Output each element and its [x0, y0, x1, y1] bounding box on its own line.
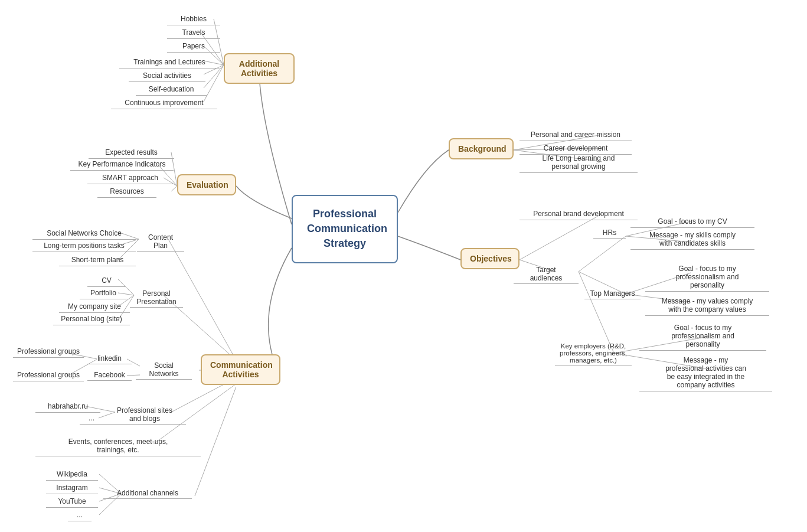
label-personal-presentation: PersonalPresentation [130, 288, 183, 308]
leaf-expected: Expected results [89, 146, 174, 159]
category-additional-label: AdditionalActivities [239, 59, 279, 78]
leaf-habrahabr: habrahabr.ru [35, 400, 100, 413]
category-additional: AdditionalActivities [224, 53, 295, 84]
leaf-mission: Personal and career mission [520, 129, 632, 141]
label-content-plan: ContentPlan [137, 232, 184, 252]
svg-line-6 [204, 65, 224, 102]
mindmap-container: ProfessionalCommunicationStrategy Additi… [0, 0, 807, 532]
leaf-trainings: Trainings and Lectures [119, 56, 220, 68]
svg-line-10 [171, 186, 177, 191]
leaf-self-education: Self-education [136, 83, 207, 96]
label-key-employers: Key employers (R&D,professors, engineers… [555, 341, 632, 365]
category-communication: CommunicationActivities [201, 354, 280, 385]
leaf-personal-blog: Personal blog (site) [53, 313, 130, 325]
label-target: Targetaudiences [514, 265, 579, 284]
leaf-hobbies: Hobbies [167, 13, 220, 25]
svg-line-30 [195, 387, 236, 496]
leaf-prof-groups-2: Professional groups [13, 369, 84, 381]
leaf-brand: Personal brand development [520, 208, 638, 220]
category-evaluation: Evaluation [177, 174, 236, 195]
leaf-lifelong: Life Long Learning andpersonal growing [520, 152, 638, 173]
label-prof-sites: Professional sitesand blogs [103, 405, 186, 425]
leaf-wikipedia: Wikipedia [46, 468, 98, 481]
leaf-prof-groups-1: Professional groups [13, 345, 84, 358]
leaf-goal-key: Goal - focus to myprofessionalism andper… [639, 322, 766, 351]
leaf-youtube: YouTube [46, 495, 98, 508]
category-objectives-label: Objectives [470, 254, 512, 263]
label-hrs: HRs [593, 227, 626, 239]
leaf-longterm: Long-term positions tasks [32, 240, 136, 252]
leaf-travels: Travels [167, 27, 220, 39]
center-node: ProfessionalCommunicationStrategy [292, 195, 398, 263]
category-background-label: Background [458, 144, 507, 154]
leaf-smart: SMART approach [87, 172, 173, 184]
leaf-goal-cv: Goal - focus to my CV [630, 216, 754, 228]
leaf-dots1: ... [80, 412, 103, 425]
leaf-company-site: My company site [59, 301, 130, 313]
category-communication-label: CommunicationActivities [210, 360, 273, 379]
leaf-portfolio: Portfolio [80, 287, 127, 299]
leaf-cv: CV [87, 275, 126, 287]
leaf-msg-integrated: Message - myprofessional activities canb… [639, 354, 772, 391]
leaf-sn-choice: Social Networks Choice [32, 227, 136, 240]
label-linkedin: linkedin [87, 353, 132, 364]
leaf-social-activities: Social activities [129, 70, 205, 82]
svg-line-14 [520, 214, 602, 260]
center-label: ProfessionalCommunicationStrategy [307, 208, 387, 249]
leaf-dots2: ... [68, 509, 92, 521]
leaf-events: Events, conferences, meet-ups,trainings,… [35, 436, 201, 456]
leaf-resources: Resources [97, 185, 156, 198]
label-facebook: Facebook [87, 370, 132, 381]
leaf-continuous: Continuous improvement [111, 97, 217, 109]
category-objectives: Objectives [460, 248, 520, 269]
category-evaluation-label: Evaluation [187, 180, 228, 190]
label-social-networks: SocialNetworks [136, 360, 192, 380]
leaf-shortterm: Short-term plans [59, 254, 136, 266]
leaf-goal-prof: Goal - focus to myprofessionalism andper… [645, 263, 769, 292]
leaf-kpi: Key Performance Indicators [70, 158, 174, 171]
svg-line-16 [579, 236, 626, 272]
leaf-papers: Papers [167, 40, 220, 53]
leaf-msg-skills: Message - my skills complywith candidate… [630, 229, 754, 250]
label-top-managers: Top Managers [584, 288, 641, 299]
category-background: Background [449, 138, 514, 159]
leaf-instagram: Instagram [46, 482, 98, 494]
label-add-channels: Additional channels [103, 488, 192, 499]
leaf-msg-values: Message - my values complywith the compa… [645, 295, 769, 316]
